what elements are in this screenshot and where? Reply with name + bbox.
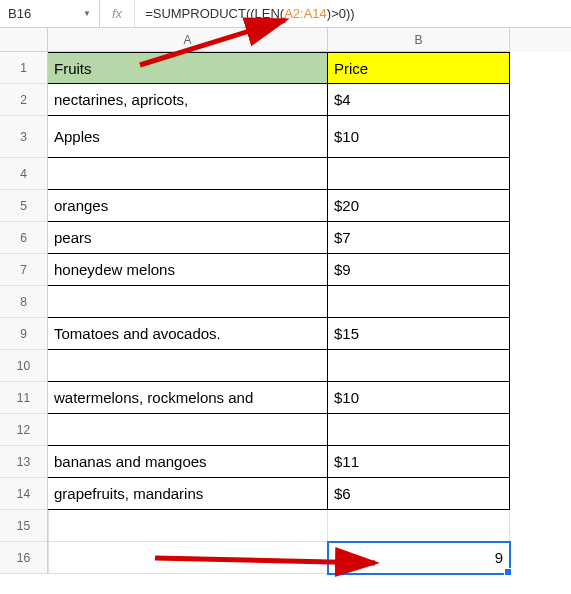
fx-icon[interactable]: fx <box>100 0 135 27</box>
name-box-value: B16 <box>8 6 31 21</box>
cell-a4[interactable] <box>48 158 328 190</box>
cell-a16[interactable] <box>48 542 328 574</box>
row-header[interactable]: 10 <box>0 350 48 382</box>
cell-a12[interactable] <box>48 414 328 446</box>
cell-a1[interactable]: Fruits <box>48 52 328 84</box>
cell-a11[interactable]: watermelons, rockmelons and <box>48 382 328 414</box>
cell-b9[interactable]: $15 <box>328 318 510 350</box>
cell-a15[interactable] <box>48 510 328 542</box>
column-headers: A B <box>0 28 571 52</box>
row-header[interactable]: 9 <box>0 318 48 350</box>
cell-b13[interactable]: $11 <box>328 446 510 478</box>
cell-b4[interactable] <box>328 158 510 190</box>
cell-b1[interactable]: Price <box>328 52 510 84</box>
formula-input[interactable]: =SUMPRODUCT((LEN(A2:A14)>0)) <box>135 6 571 21</box>
row-header[interactable]: 5 <box>0 190 48 222</box>
row-header[interactable]: 16 <box>0 542 48 574</box>
row-header[interactable]: 6 <box>0 222 48 254</box>
cell-b11[interactable]: $10 <box>328 382 510 414</box>
cell-b12[interactable] <box>328 414 510 446</box>
row-header[interactable]: 12 <box>0 414 48 446</box>
select-all-corner[interactable] <box>0 28 48 52</box>
cell-b5[interactable]: $20 <box>328 190 510 222</box>
cell-a9[interactable]: Tomatoes and avocados. <box>48 318 328 350</box>
cell-a7[interactable]: honeydew melons <box>48 254 328 286</box>
name-box[interactable]: B16 ▼ <box>0 0 100 27</box>
cell-b14[interactable]: $6 <box>328 478 510 510</box>
cell-b2[interactable]: $4 <box>328 84 510 116</box>
row-header[interactable]: 15 <box>0 510 48 542</box>
row-header[interactable]: 8 <box>0 286 48 318</box>
row-header[interactable]: 4 <box>0 158 48 190</box>
cell-b7[interactable]: $9 <box>328 254 510 286</box>
cell-a2[interactable]: nectarines, apricots, <box>48 84 328 116</box>
formula-suffix: )>0)) <box>327 6 355 21</box>
formula-prefix: =SUMPRODUCT((LEN( <box>145 6 284 21</box>
cell-b15[interactable] <box>328 510 510 542</box>
cell-a13[interactable]: bananas and mangoes <box>48 446 328 478</box>
cell-b8[interactable] <box>328 286 510 318</box>
formula-bar: B16 ▼ fx =SUMPRODUCT((LEN(A2:A14)>0)) <box>0 0 571 28</box>
cell-a5[interactable]: oranges <box>48 190 328 222</box>
column-header-a[interactable]: A <box>48 28 328 52</box>
cell-b6[interactable]: $7 <box>328 222 510 254</box>
row-header[interactable]: 11 <box>0 382 48 414</box>
row-header[interactable]: 2 <box>0 84 48 116</box>
cell-a3[interactable]: Apples <box>48 116 328 158</box>
cell-b16[interactable]: 9 <box>328 542 510 574</box>
cell-a10[interactable] <box>48 350 328 382</box>
cell-a6[interactable]: pears <box>48 222 328 254</box>
chevron-down-icon[interactable]: ▼ <box>83 9 91 18</box>
row-header[interactable]: 14 <box>0 478 48 510</box>
cell-a14[interactable]: grapefruits, mandarins <box>48 478 328 510</box>
cell-a8[interactable] <box>48 286 328 318</box>
spreadsheet-grid: A B 1FruitsPrice2nectarines, apricots,$4… <box>0 28 571 574</box>
formula-range: A2:A14 <box>284 6 327 21</box>
row-header[interactable]: 1 <box>0 52 48 84</box>
row-header[interactable]: 13 <box>0 446 48 478</box>
cell-b10[interactable] <box>328 350 510 382</box>
row-header[interactable]: 7 <box>0 254 48 286</box>
cell-b3[interactable]: $10 <box>328 116 510 158</box>
row-header[interactable]: 3 <box>0 116 48 158</box>
column-header-b[interactable]: B <box>328 28 510 52</box>
